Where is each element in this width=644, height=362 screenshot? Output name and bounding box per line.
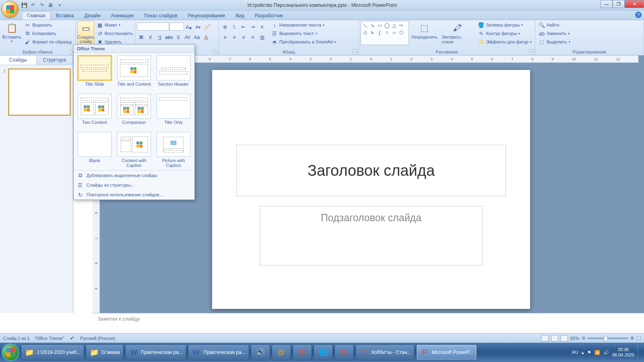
shape-triangle-icon[interactable]: △: [391, 22, 397, 29]
paragraph-launcher[interactable]: ↘: [353, 49, 358, 54]
undo-icon[interactable]: ↶: [30, 2, 36, 8]
taskbar-item-word2[interactable]: WПрактическая ра...: [188, 344, 249, 360]
smartart-button[interactable]: ⬘Преобразовать в SmartArt▾: [270, 38, 338, 46]
shape-rect-icon[interactable]: ▭: [376, 22, 383, 29]
shape-outline-button[interactable]: ✎Контур фигуры▾: [476, 29, 533, 37]
taskbar-item-folder1[interactable]: 📁J:\2019-2020 учеб...: [21, 344, 84, 360]
shape-effects-button[interactable]: ✨Эффекты для фигур▾: [476, 38, 533, 46]
tab-home[interactable]: Главная: [22, 11, 51, 20]
notes-pane[interactable]: Заметки к слайду: [93, 313, 644, 327]
taskbar-item-sound[interactable]: 🔊: [251, 344, 270, 360]
tray-network-icon[interactable]: 📶: [594, 350, 600, 355]
view-normal-button[interactable]: [541, 335, 549, 341]
taskbar-item-powerpoint[interactable]: PMicrosoft PowerP...: [416, 344, 477, 360]
underline-button[interactable]: Ч: [155, 33, 164, 42]
shape-arrow-icon[interactable]: ↘: [369, 22, 376, 29]
tab-developer[interactable]: Разработчик: [250, 11, 288, 20]
tray-volume-icon[interactable]: 🔊: [603, 350, 609, 355]
font-family-combo[interactable]: [137, 23, 169, 31]
layout-blank[interactable]: Blank: [76, 132, 113, 168]
menu-reuse-slides[interactable]: ↻Повторное использование слайдов...: [74, 190, 194, 200]
qat-more-icon[interactable]: ▾: [56, 2, 63, 8]
tray-flag-icon[interactable]: ⚑: [587, 350, 591, 355]
copy-button[interactable]: ⧉Копировать: [23, 29, 74, 37]
office-button[interactable]: [2, 1, 19, 18]
align-center-button[interactable]: ≡: [230, 33, 239, 42]
subtitle-placeholder[interactable]: Подзаголовок слайда: [260, 206, 483, 265]
shape-hexagon-icon[interactable]: ⬡: [398, 29, 405, 36]
taskbar-item-yandex-red[interactable]: Я: [293, 344, 312, 360]
tab-animation[interactable]: Анимация: [106, 11, 139, 20]
quick-styles-button[interactable]: 🖍 Экспресс-стили: [440, 21, 475, 45]
line-spacing-button[interactable]: ≡: [258, 23, 266, 31]
language-indicator[interactable]: RU: [572, 350, 578, 355]
text-direction-button[interactable]: ↕Направление текста▾: [270, 21, 338, 29]
shape-connector-icon[interactable]: ↳: [369, 29, 376, 36]
decrease-indent-button[interactable]: ⇤: [239, 23, 248, 31]
tab-review[interactable]: Рецензирование: [183, 11, 231, 20]
help-icon[interactable]: ?: [635, 12, 642, 18]
align-right-button[interactable]: ≡: [239, 33, 248, 42]
drawing-launcher[interactable]: ↘: [529, 49, 534, 54]
fit-button[interactable]: ⛶: [636, 336, 641, 341]
columns-button[interactable]: ▥: [258, 33, 266, 42]
slide-thumbnail[interactable]: [8, 68, 71, 116]
shape-brace-icon[interactable]: {: [376, 29, 383, 36]
start-button[interactable]: [2, 343, 19, 361]
select-button[interactable]: ⬚Выделить▾: [537, 38, 572, 46]
justify-button[interactable]: ≡: [248, 33, 257, 42]
zoom-slider[interactable]: [588, 337, 628, 339]
taskbar-item-mail[interactable]: @: [272, 344, 291, 360]
taskbar-item-folder2[interactable]: 📁G:\мама: [86, 344, 124, 360]
slide-thumbnail-1[interactable]: 1: [0, 65, 73, 119]
minimize-button[interactable]: —: [601, 0, 613, 8]
italic-button[interactable]: К: [146, 33, 155, 42]
shape-ellipse-icon[interactable]: ◯: [384, 22, 390, 29]
arrange-button[interactable]: ⬚ Упорядочить: [410, 21, 439, 40]
grow-font-button[interactable]: A▴: [184, 23, 193, 31]
tab-view[interactable]: Вид: [230, 11, 250, 20]
tray-chevron-icon[interactable]: ▴: [582, 350, 584, 355]
layout-comparison[interactable]: Comparison: [116, 94, 153, 130]
save-icon[interactable]: 💾: [21, 2, 27, 8]
clock[interactable]: 20:36 06.04.2020: [612, 347, 634, 358]
tab-design[interactable]: Дизайн: [79, 11, 105, 20]
shrink-font-button[interactable]: A▾: [194, 23, 202, 31]
paste-button[interactable]: 📋 Вставить ▾: [2, 21, 22, 44]
layout-button[interactable]: ▦Макет▾: [95, 21, 134, 29]
tab-slideshow[interactable]: Показ слайдов: [139, 11, 183, 20]
taskbar-item-browser[interactable]: YХобби'ты - Стан...: [355, 344, 415, 360]
font-color-button[interactable]: A: [202, 33, 211, 42]
close-button[interactable]: ✕: [625, 0, 644, 8]
bold-button[interactable]: Ж: [137, 33, 146, 42]
zoom-out-button[interactable]: ⊖: [582, 335, 585, 341]
view-sorter-button[interactable]: [551, 335, 558, 341]
change-case-button[interactable]: Aa: [192, 33, 201, 42]
spellcheck-icon[interactable]: ✔: [69, 335, 75, 341]
char-spacing-button[interactable]: AV: [183, 33, 192, 42]
reset-button[interactable]: ↺Восстановить: [95, 29, 134, 37]
find-button[interactable]: 🔍Найти: [537, 21, 572, 29]
shapes-gallery[interactable]: ＼ ↘ ▭ ◯ △ ⇨ ◇ ↳ { ☆ ▱ ⬡: [361, 21, 409, 45]
strike-button[interactable]: abc: [165, 33, 173, 42]
layout-title-slide[interactable]: Title Slide: [76, 56, 113, 91]
layout-section-header[interactable]: Section Header: [155, 56, 192, 91]
panel-tab-slides[interactable]: Слайды: [0, 56, 37, 65]
layout-title-only[interactable]: Title Only: [155, 94, 192, 130]
shape-callout-icon[interactable]: ▱: [391, 29, 397, 36]
title-placeholder[interactable]: Заголовок слайда: [236, 145, 506, 196]
layout-content-caption[interactable]: Content with Caption: [116, 132, 153, 168]
taskbar-item-yandex-yellow[interactable]: Я: [334, 344, 354, 360]
view-slideshow-button[interactable]: [561, 335, 568, 341]
layout-two-content[interactable]: Two Content: [76, 94, 113, 130]
print-icon[interactable]: 🖶: [47, 2, 54, 8]
clear-format-button[interactable]: 🧹: [203, 23, 212, 31]
panel-tab-outline[interactable]: Структура: [37, 56, 73, 65]
font-size-combo[interactable]: [169, 23, 184, 31]
font-launcher[interactable]: ↘: [213, 49, 218, 54]
menu-slides-from-outline[interactable]: ☰Слайды из структуры...: [74, 180, 194, 190]
shape-line-icon[interactable]: ＼: [362, 22, 368, 29]
taskbar-item-chrome[interactable]: 🌐: [314, 344, 333, 360]
shadow-button[interactable]: S: [174, 33, 183, 42]
slide-canvas[interactable]: Заголовок слайда Подзаголовок слайда: [212, 70, 530, 309]
